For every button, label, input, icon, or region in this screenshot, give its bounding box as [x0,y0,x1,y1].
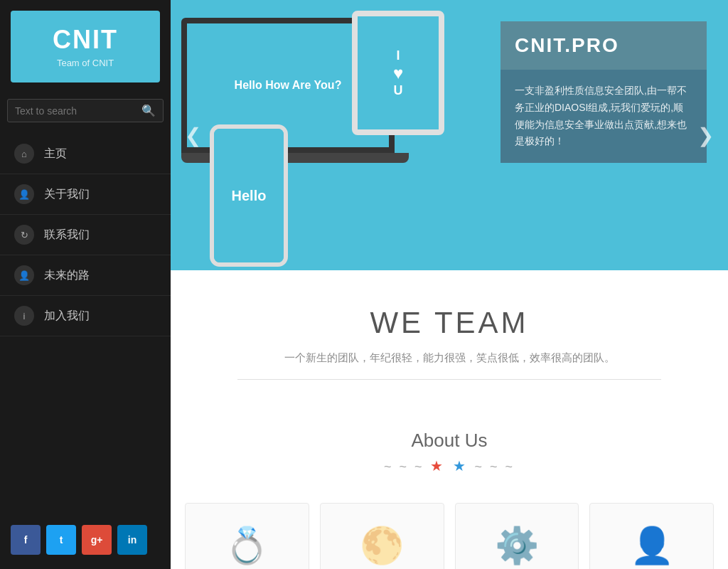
hero-textbox: CNIT.PRO 一支非盈利性质信息安全团队,由一帮不务正业的DIAOSI组成,… [500,21,707,163]
tablet-heart-text: ♥ [393,63,403,83]
laptop-text: Hello How Are You? [228,72,349,99]
phone-device: Hello [210,124,288,267]
sidebar-label-future: 未来的路 [44,268,90,283]
card-2-content: 🌕 [360,525,404,566]
googleplus-button[interactable]: g+ [82,525,112,555]
card-4: 👤 [589,503,714,569]
tablet-device: I ♥ U [352,11,444,135]
logo-title: CNIT [25,25,146,55]
nav-menu: ⌂ 主页 👤 关于我们 ↻ 联系我们 👤 未来的路 i 加入我们 [0,134,171,514]
about-section: About Us ~ ~ ~ ★ ★ ~ ~ ~ [171,415,728,496]
star-red-icon: ★ [430,458,446,474]
card-1-content: 💍 [225,525,269,566]
card-1: 💍 [185,503,309,569]
linkedin-button[interactable]: in [117,525,147,555]
person-icon: 👤 [14,184,34,204]
logo-subtitle: Team of CNIT [25,58,146,68]
hero-description: 一支非盈利性质信息安全团队,由一帮不务正业的DIAOSI组成,玩我们爱玩的,顺便… [500,70,707,163]
sidebar-item-join[interactable]: i 加入我们 [0,296,171,336]
devices-illustration: Hello How Are You? I ♥ U Hello [171,0,469,270]
we-team-section: WE TEAM 一个新生的团队，年纪很轻，能力很强，笑点很低，效率很高的团队。 [171,270,728,415]
cards-row: 💍 🌕 ⚙️ 👤 [171,496,728,569]
social-links: f t g+ in [0,514,171,569]
facebook-button[interactable]: f [11,525,41,555]
search-icon[interactable]: 🔍 [141,104,156,117]
tablet-screen: I ♥ U [358,16,439,129]
card-4-content: 👤 [630,525,674,566]
card-3: ⚙️ [455,503,579,569]
future-icon: 👤 [14,265,34,285]
sidebar-label-contact: 联系我们 [44,228,90,243]
home-icon: ⌂ [14,144,34,164]
logo-area: CNIT Team of CNIT [11,11,160,83]
tablet-i-text: I [396,48,400,63]
sidebar-item-home[interactable]: ⌂ 主页 [0,134,171,174]
about-title: About Us [185,430,714,452]
about-decoration: ~ ~ ~ ★ ★ ~ ~ ~ [185,457,714,474]
hero-slider: ❮ Hello How Are You? I ♥ U [171,0,728,270]
we-team-title: WE TEAM [185,306,714,340]
main-content: ❮ Hello How Are You? I ♥ U [171,0,728,569]
slider-prev-arrow[interactable]: ❮ [178,117,208,154]
search-input[interactable] [15,105,141,117]
sidebar-item-about[interactable]: 👤 关于我们 [0,174,171,215]
we-team-description: 一个新生的团队，年纪很轻，能力很强，笑点很低，效率很高的团队。 [185,351,714,365]
slider-next-arrow[interactable]: ❯ [690,117,721,154]
sidebar-item-contact[interactable]: ↻ 联系我们 [0,215,171,255]
twitter-button[interactable]: t [46,525,76,555]
card-3-content: ⚙️ [495,525,539,566]
sidebar: CNIT Team of CNIT 🔍 ⌂ 主页 👤 关于我们 ↻ 联系我们 👤… [0,0,171,569]
tablet-u-text: U [394,83,403,98]
sidebar-label-about: 关于我们 [44,187,90,202]
sidebar-item-future[interactable]: 👤 未来的路 [0,255,171,296]
section-divider [237,379,660,380]
deco-tilde-1: ~ ~ ~ [384,459,424,474]
phone-screen: Hello [214,129,284,262]
search-bar[interactable]: 🔍 [7,99,164,122]
sidebar-label-home: 主页 [44,147,67,161]
card-2: 🌕 [320,503,444,569]
hero-site-title: CNIT.PRO [500,21,707,70]
sidebar-label-join: 加入我们 [44,309,90,324]
refresh-icon: ↻ [14,225,34,245]
deco-tilde-2: ~ ~ ~ [475,459,515,474]
phone-text: Hello [232,188,267,204]
info-icon: i [14,306,34,326]
star-blue-icon: ★ [453,458,469,474]
